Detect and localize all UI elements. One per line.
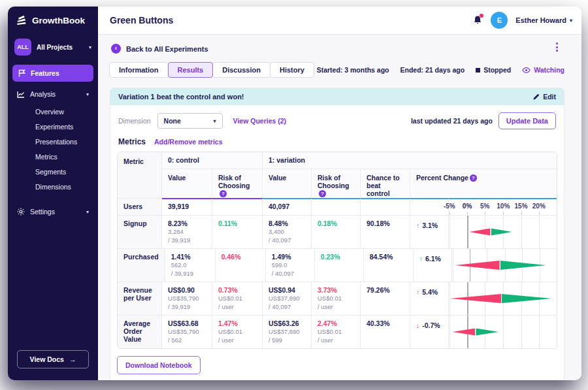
table-row: Purchased1.41%562.0/ 39,9190.46%1.49%599… (118, 248, 557, 282)
page-title: Green Buttons (110, 15, 173, 25)
experiment-status: Started: 3 months ago Ended: 21 days ago… (317, 66, 564, 74)
status-label: Stopped (483, 66, 511, 74)
violin-positive-shape (502, 294, 552, 303)
add-remove-metrics-link[interactable]: Add/Remove metrics (154, 138, 222, 146)
axis-tick (521, 212, 522, 215)
axis-gridline (503, 316, 504, 348)
axis-tick-label: 0% (463, 203, 472, 210)
users-control-value: 39,919 (162, 199, 212, 215)
variation-value-cell: US$63.26US$37,890/ 599 (263, 316, 312, 348)
user-menu[interactable]: Esther Howard ▾ (515, 16, 572, 24)
sidebar-item-label: Analysis (30, 90, 56, 98)
edit-label: Edit (543, 93, 556, 101)
axis-gridline (539, 316, 540, 348)
update-data-button[interactable]: Update Data (498, 112, 556, 129)
download-notebook-button[interactable]: Download Notebook (117, 356, 201, 374)
empty-cell (361, 199, 410, 215)
variation-risk-cell: 0.18% (312, 216, 361, 248)
variation-value-cell: US$0.94US$37,890/ 40,097 (263, 282, 312, 315)
metrics-table: Metric 0: control 1: variation Value Ris… (117, 152, 557, 349)
tab-discussion[interactable]: Discussion (212, 62, 270, 78)
edit-button[interactable]: Edit (533, 93, 556, 101)
violin-negative-shape (450, 294, 501, 303)
arrow-right-icon: → (69, 355, 76, 363)
app-window: GrowthBook ALL All Projects ▾ Features A… (8, 7, 581, 380)
col-group-control: 0: control (162, 152, 263, 169)
project-badge: ALL (14, 39, 31, 56)
empty-cell (312, 199, 361, 215)
sidebar-item-label: Features (31, 69, 59, 77)
watching-toggle[interactable]: Watching (522, 66, 564, 74)
percent-change-axis: -5%0%5%10%15%20% (449, 199, 557, 215)
axis-gridline (449, 316, 450, 348)
logo[interactable]: GrowthBook (8, 7, 98, 32)
banner-text: Variation 1 beat the control and won! (118, 93, 244, 101)
chevron-down-icon: ▾ (214, 118, 216, 124)
sidebar-item-segments[interactable]: Segments (35, 164, 98, 179)
project-label: All Projects (37, 44, 84, 51)
help-icon[interactable]: ? (319, 190, 326, 197)
percent-change-cell: ↓-0.7% (410, 316, 449, 348)
percent-change-value: 6.1% (425, 255, 441, 263)
axis-tick (503, 212, 504, 215)
variation-value-cell: 1.49%599.0/ 40,097 (266, 249, 315, 282)
chance-to-beat-cell: 79.26% (361, 282, 410, 315)
metric-name: Purchased (118, 249, 165, 282)
tab-results[interactable]: Results (168, 62, 214, 78)
analysis-subnav: OverviewExperimentsPresentationsMetricsS… (8, 103, 98, 195)
metric-name: Signup (118, 216, 162, 248)
tab-information[interactable]: Information (109, 62, 169, 78)
notification-dot (480, 14, 483, 18)
result-banner: Variation 1 beat the control and won! Ed… (110, 88, 564, 105)
arrow-up-icon: ↑ (416, 288, 419, 296)
users-variation-value: 40,097 (263, 199, 312, 215)
table-row: Average Order ValueUS$63.68US$35,790/ 56… (118, 315, 557, 348)
project-selector[interactable]: ALL All Projects ▾ (14, 39, 91, 56)
axis-tick-label: 20% (532, 203, 546, 210)
avatar[interactable]: E (491, 12, 508, 29)
sidebar-item-overview[interactable]: Overview (35, 104, 98, 119)
variation-risk-cell: 2.47%US$0.01/ user (312, 316, 361, 348)
chance-to-beat-cell: 84.54% (364, 249, 414, 282)
sidebar-item-experiments[interactable]: Experiments (35, 119, 98, 134)
logo-text: GrowthBook (32, 16, 85, 25)
violin-plot-cell (449, 216, 557, 248)
chart-line-icon (17, 91, 25, 98)
view-docs-button[interactable]: View Docs → (17, 350, 89, 368)
percent-change-value: 3.1% (422, 221, 438, 229)
metrics-row: Metrics Add/Remove metrics (110, 135, 564, 152)
axis-tick (539, 212, 540, 215)
back-link[interactable]: ‹ Back to All Experiments (111, 44, 564, 54)
variation-risk-cell: 0.23% (315, 249, 364, 282)
metric-name: Users (118, 199, 162, 215)
sidebar-item-analysis[interactable]: Analysis ▾ (8, 86, 98, 103)
sidebar-item-dimensions[interactable]: Dimensions (35, 179, 98, 194)
axis-gridline (521, 216, 522, 248)
arrow-up-icon: ↑ (416, 221, 419, 229)
help-icon[interactable]: ? (470, 174, 477, 182)
control-risk-cell: 0.73%US$0.01/ user (212, 282, 263, 315)
axis-tick (485, 212, 485, 215)
table-row: Revenue per UserUS$0.90US$35,790/ 39,919… (118, 282, 557, 315)
sidebar-item-presentations[interactable]: Presentations (35, 134, 98, 149)
tab-history[interactable]: History (270, 62, 314, 78)
more-options-button[interactable] (553, 40, 561, 54)
axis-tick-label: 10% (497, 203, 510, 210)
chevron-down-icon: ▾ (86, 91, 89, 97)
dimension-select[interactable]: None ▾ (157, 113, 223, 129)
control-value-cell: 8.23%3,284/ 39,919 (162, 216, 212, 248)
violin-negative-shape (455, 261, 500, 270)
sidebar-item-features[interactable]: Features (12, 65, 93, 82)
table-row: Signup8.23%3,284/ 39,9190.11%8.48%3,400/… (118, 215, 557, 248)
sidebar-item-metrics[interactable]: Metrics (35, 149, 98, 164)
variation-risk-cell: 3.73%US$0.01/ user (312, 282, 361, 315)
col-header-metric: Metric (118, 152, 162, 198)
axis-gridline (453, 249, 453, 282)
sidebar-item-settings[interactable]: Settings ▾ (8, 203, 98, 220)
violin-negative-shape (453, 329, 476, 336)
view-queries-link[interactable]: View Queries (2) (233, 117, 287, 125)
axis-tick-label: -5% (444, 203, 455, 210)
help-icon[interactable]: ? (220, 190, 227, 197)
notifications-button[interactable] (472, 15, 483, 25)
percent-change-value: 5.4% (422, 288, 438, 296)
